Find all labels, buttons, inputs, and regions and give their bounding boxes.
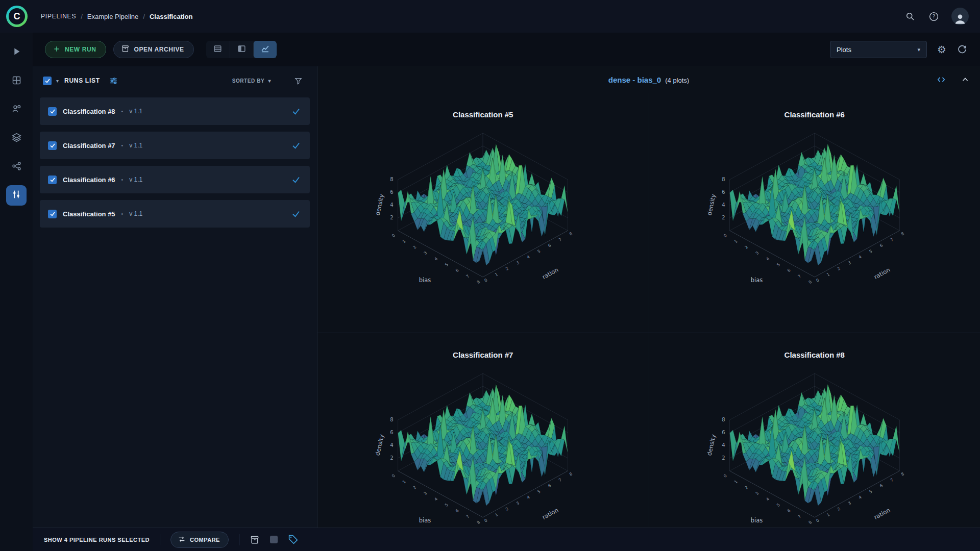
nav-item-projects[interactable] [6,42,27,63]
svg-text:2: 2 [390,455,393,461]
run-row[interactable]: Classification #6 • v 1.1 [40,166,310,193]
svg-text:8: 8 [807,520,813,525]
svg-text:?: ? [932,14,935,19]
breadcrumb-project[interactable]: Example Pipeline [87,13,138,20]
refresh-icon[interactable] [957,44,968,55]
breadcrumb-separator: / [143,13,145,20]
svg-text:5: 5 [868,489,873,494]
svg-text:ration: ration [541,266,559,281]
run-checkbox[interactable] [48,141,57,150]
nav-item-datasets[interactable] [6,128,27,148]
svg-text:1: 1 [826,512,830,517]
svg-text:4: 4 [857,255,862,260]
svg-text:8: 8 [722,417,725,422]
svg-text:8: 8 [476,520,481,525]
select-all-checkbox[interactable] [43,77,52,85]
run-row[interactable]: Classification #8 • v 1.1 [40,97,310,125]
svg-text:4: 4 [765,497,770,502]
tags-icon[interactable] [288,534,299,545]
sorted-by-button[interactable]: SORTED BY ▾ [232,78,271,84]
user-avatar[interactable] [951,8,969,25]
svg-text:ration: ration [873,266,891,281]
collapse-chevron-icon[interactable] [961,75,970,84]
svg-text:6: 6 [548,483,552,488]
bullet: • [121,109,124,114]
run-checkbox[interactable] [48,176,57,184]
bullet: • [121,211,124,217]
svg-text:7: 7 [797,274,802,279]
plot-title: Classification #5 [453,110,513,119]
svg-text:2: 2 [744,245,749,250]
selected-check-icon [291,141,301,150]
surface-plot[interactable]: 2468012345678012345678biasrationdensity [325,364,641,528]
svg-text:0: 0 [391,473,396,479]
svg-text:6: 6 [390,430,393,435]
filter-icon[interactable] [294,77,303,85]
run-version: v 1.1 [129,176,142,183]
search-icon[interactable] [904,11,916,22]
svg-text:3: 3 [423,491,428,496]
svg-text:5: 5 [868,249,873,254]
tune-icon[interactable] [109,76,118,86]
nav-item-experiments[interactable] [6,71,27,91]
run-row[interactable]: Classification #7 • v 1.1 [40,132,310,159]
svg-text:3: 3 [754,491,760,496]
gear-icon[interactable]: ⚙ [937,44,946,55]
run-version: v 1.1 [129,108,142,115]
new-run-button[interactable]: NEW RUN [45,41,106,58]
svg-text:7: 7 [890,478,894,483]
run-name: Classification #6 [63,176,115,184]
svg-text:1: 1 [402,239,407,244]
svg-text:8: 8 [476,280,481,285]
svg-text:5: 5 [537,489,542,494]
plus-icon [53,45,61,55]
table-view-button[interactable] [206,41,230,58]
selection-count-label: SHOW 4 PIPELINE RUNS SELECTED [44,537,150,543]
svg-text:6: 6 [455,508,460,513]
surface-plot[interactable]: 2468012345678012345678biasrationdensity [656,124,973,328]
run-name: Classification #5 [63,210,115,218]
metric-view-select[interactable]: Plots ▾ [830,41,927,58]
svg-text:4: 4 [390,202,393,208]
view-toggle [206,41,277,58]
breadcrumb-current: Classification [150,13,193,20]
nav-item-applications[interactable] [6,157,27,177]
run-version: v 1.1 [129,142,142,149]
archive-icon[interactable] [250,535,260,545]
app-logo[interactable]: C [6,6,28,27]
svg-text:3: 3 [847,260,852,265]
svg-text:7: 7 [558,237,562,242]
nav-item-models[interactable] [6,99,27,120]
compare-button[interactable]: COMPARE [170,532,229,548]
surface-plot[interactable]: 2468012345678012345678biasrationdensity [656,364,973,528]
embed-code-icon[interactable] [936,74,946,85]
metric-view-value: Plots [837,46,851,54]
svg-text:5: 5 [776,503,781,508]
svg-text:0: 0 [815,278,820,283]
chevron-down-icon: ▾ [918,46,921,53]
grid-icon [11,75,22,88]
help-icon[interactable]: ? [928,11,939,22]
svg-text:4: 4 [722,202,725,208]
split-view-button[interactable] [230,41,253,58]
svg-text:bias: bias [419,517,431,524]
nodes-icon [11,161,22,173]
svg-text:2: 2 [412,245,418,250]
nav-item-pipelines[interactable] [6,185,27,206]
svg-text:6: 6 [455,268,460,273]
run-checkbox[interactable] [48,210,57,218]
open-archive-button[interactable]: OPEN ARCHIVE [113,41,194,58]
chart-view-button[interactable] [253,41,277,58]
svg-text:ration: ration [873,506,891,521]
chevron-down-icon[interactable]: ▾ [56,78,59,84]
surface-plot[interactable]: 2468012345678012345678biasrationdensity [325,124,641,328]
svg-text:8: 8 [900,231,905,236]
run-checkbox[interactable] [48,107,57,116]
run-row[interactable]: Classification #5 • v 1.1 [40,200,310,228]
breadcrumb-pipelines[interactable]: PIPELINES [41,13,76,20]
svg-text:6: 6 [722,430,725,435]
abort-icon[interactable] [270,536,278,543]
sliders-icon [11,189,22,202]
svg-text:5: 5 [537,249,542,254]
chart-line-icon [260,44,270,56]
